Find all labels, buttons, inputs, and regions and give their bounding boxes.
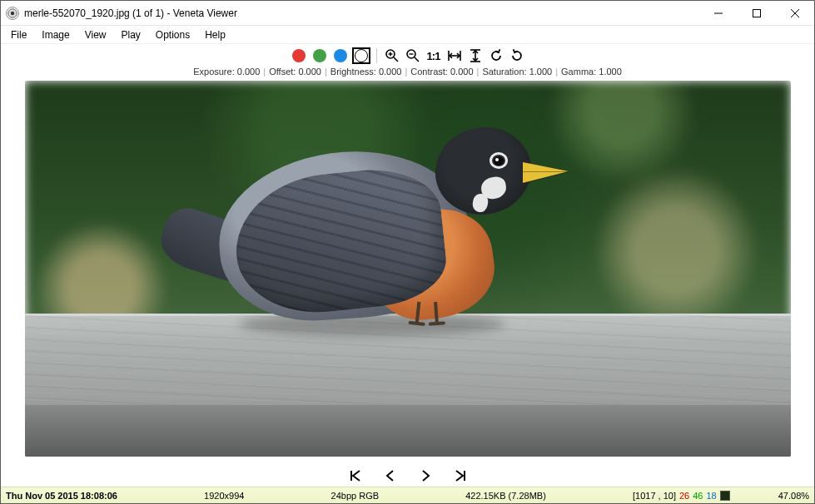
gamma-label: Gamma: bbox=[561, 67, 596, 77]
menu-options[interactable]: Options bbox=[149, 27, 196, 42]
offset-value: 0.000 bbox=[298, 67, 321, 77]
fit-height-button[interactable] bbox=[466, 47, 485, 64]
rotate-right-icon bbox=[509, 48, 524, 63]
status-cursor-rgb: [1017 , 10] 26 46 18 bbox=[633, 491, 730, 501]
chevron-left-icon bbox=[384, 469, 397, 482]
fit-width-icon bbox=[447, 48, 462, 63]
app-window: merle-552070_1920.jpg (1 of 1) - Veneta … bbox=[0, 0, 815, 504]
exposure-value: 0.000 bbox=[237, 67, 261, 77]
toolbar-row: 1:1 bbox=[290, 47, 526, 65]
separator bbox=[376, 48, 377, 63]
color-swatch bbox=[720, 491, 730, 501]
app-icon bbox=[6, 7, 19, 20]
green-dot-icon bbox=[313, 49, 326, 62]
contrast-label: Contrast: bbox=[410, 67, 448, 77]
brightness-label: Brightness: bbox=[330, 67, 376, 77]
chevron-right-icon bbox=[419, 469, 432, 482]
status-cursor-pos: [1017 , 10] bbox=[633, 491, 676, 501]
blue-channel-button[interactable] bbox=[331, 47, 350, 64]
menu-file[interactable]: File bbox=[4, 27, 33, 42]
status-depth: 24bpp RGB bbox=[331, 491, 379, 501]
zoom-in-icon bbox=[385, 48, 400, 63]
contrast-value: 0.000 bbox=[450, 67, 474, 77]
rotate-left-button[interactable] bbox=[487, 47, 505, 64]
status-r: 26 bbox=[679, 491, 689, 501]
status-filesize: 422.15KB (7.28MB) bbox=[465, 491, 546, 501]
toolbar: 1:1 Exposure: 0.000| Offset: 0.000| Brig… bbox=[1, 44, 814, 81]
prev-image-button[interactable] bbox=[380, 467, 400, 484]
menu-help[interactable]: Help bbox=[198, 27, 232, 42]
brightness-value: 0.000 bbox=[379, 67, 402, 77]
status-zoom: 47.08% bbox=[778, 491, 809, 501]
svg-rect-3 bbox=[753, 9, 761, 17]
status-dimensions: 1920x994 bbox=[204, 491, 244, 501]
zoom-out-icon bbox=[405, 48, 420, 63]
zoom-in-button[interactable] bbox=[383, 47, 401, 64]
svg-line-11 bbox=[415, 57, 419, 62]
fit-height-icon bbox=[468, 48, 483, 63]
next-image-button[interactable] bbox=[415, 467, 435, 484]
svg-line-7 bbox=[394, 57, 398, 62]
navigation-bar bbox=[1, 465, 814, 487]
menu-bar: File Image View Play Options Help bbox=[1, 26, 814, 44]
skip-first-icon bbox=[349, 469, 362, 482]
menu-image[interactable]: Image bbox=[35, 27, 76, 42]
red-channel-button[interactable] bbox=[290, 47, 308, 64]
maximize-button[interactable] bbox=[738, 1, 776, 26]
rotate-left-icon bbox=[489, 48, 504, 63]
one-to-one-icon: 1:1 bbox=[427, 50, 440, 62]
saturation-value: 1.000 bbox=[529, 67, 553, 77]
actual-size-button[interactable]: 1:1 bbox=[425, 47, 443, 64]
displayed-image bbox=[25, 81, 791, 457]
close-button[interactable] bbox=[776, 1, 814, 26]
fit-width-button[interactable] bbox=[445, 47, 464, 64]
title-bar: merle-552070_1920.jpg (1 of 1) - Veneta … bbox=[1, 1, 814, 26]
rotate-right-button[interactable] bbox=[508, 47, 526, 64]
saturation-label: Saturation: bbox=[482, 67, 526, 77]
skip-last-icon bbox=[454, 469, 467, 482]
menu-view[interactable]: View bbox=[78, 27, 113, 42]
status-bar: Thu Nov 05 2015 18:08:06 1920x994 24bpp … bbox=[1, 487, 814, 503]
status-b: 18 bbox=[706, 491, 716, 501]
first-image-button[interactable] bbox=[345, 467, 365, 484]
window-title: merle-552070_1920.jpg (1 of 1) - Veneta … bbox=[24, 7, 237, 19]
green-channel-button[interactable] bbox=[311, 47, 329, 64]
adjustment-readout: Exposure: 0.000| Offset: 0.000| Brightne… bbox=[190, 65, 625, 80]
grayscale-button[interactable] bbox=[352, 47, 370, 64]
offset-label: Offset: bbox=[269, 67, 296, 77]
image-viewport[interactable] bbox=[1, 81, 814, 465]
menu-play[interactable]: Play bbox=[115, 27, 147, 42]
minimize-button[interactable] bbox=[699, 1, 738, 26]
gamma-value: 1.000 bbox=[599, 67, 622, 77]
blue-dot-icon bbox=[334, 49, 347, 62]
svg-point-1 bbox=[11, 11, 14, 14]
status-datetime: Thu Nov 05 2015 18:08:06 bbox=[6, 491, 117, 501]
bw-dot-icon bbox=[355, 49, 368, 62]
exposure-label: Exposure: bbox=[193, 67, 235, 77]
red-dot-icon bbox=[292, 49, 306, 62]
status-g: 46 bbox=[693, 491, 703, 501]
zoom-out-button[interactable] bbox=[404, 47, 422, 64]
last-image-button[interactable] bbox=[450, 467, 470, 484]
